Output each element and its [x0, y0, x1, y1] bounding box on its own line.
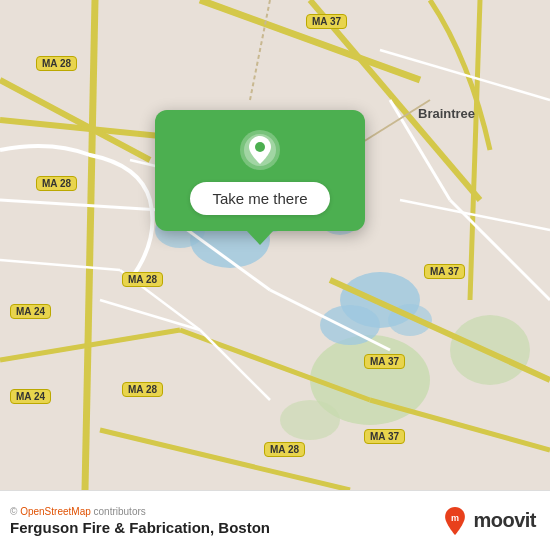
- route-badge-ma24-bottom-left: MA 24: [10, 304, 51, 319]
- bottom-bar: © OpenStreetMap contributors Ferguson Fi…: [0, 490, 550, 550]
- svg-text:Braintree: Braintree: [418, 106, 475, 121]
- attribution-text: © OpenStreetMap contributors: [10, 506, 270, 517]
- route-badge-ma28-top-left: MA 28: [36, 56, 77, 71]
- route-badge-ma37-mid-right: MA 37: [424, 264, 465, 279]
- svg-point-2: [280, 400, 340, 440]
- route-badge-ma24-bottom: MA 24: [10, 389, 51, 404]
- route-badge-ma37-top: MA 37: [306, 14, 347, 29]
- map-container: Braintree MA 28 MA 37 MA 28 MA 28 MA 24 …: [0, 0, 550, 490]
- route-badge-ma28-bottom-mid: MA 28: [122, 382, 163, 397]
- place-name: Ferguson Fire & Fabrication, Boston: [10, 519, 270, 536]
- route-badge-ma37-bottom-right: MA 37: [364, 429, 405, 444]
- svg-text:m: m: [451, 513, 459, 523]
- moovit-logo: m moovit: [441, 507, 536, 535]
- route-badge-ma28-bottom-right: MA 28: [264, 442, 305, 457]
- moovit-brand-text: moovit: [473, 509, 536, 532]
- take-me-there-button[interactable]: Take me there: [190, 182, 329, 215]
- svg-point-42: [255, 142, 265, 152]
- bottom-info: © OpenStreetMap contributors Ferguson Fi…: [10, 506, 270, 536]
- moovit-pin-icon: m: [441, 507, 469, 535]
- route-badge-ma37-bottom: MA 37: [364, 354, 405, 369]
- location-pin-icon: [238, 128, 282, 172]
- route-badge-ma28-mid: MA 28: [122, 272, 163, 287]
- popup-card: Take me there: [155, 110, 365, 231]
- route-badge-ma28-mid-left: MA 28: [36, 176, 77, 191]
